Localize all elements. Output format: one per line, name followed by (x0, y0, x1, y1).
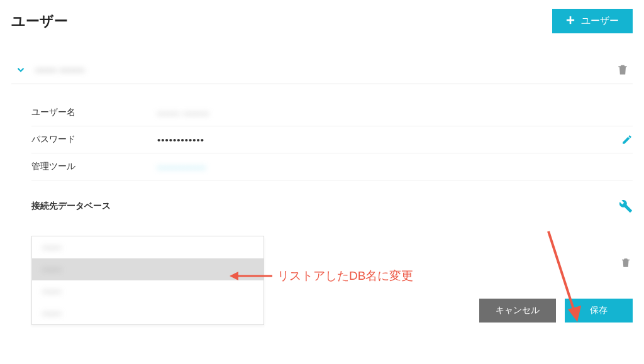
add-user-button[interactable]: ユーザー (552, 9, 633, 33)
password-row: パスワード •••••••••••• (31, 126, 633, 153)
username-label: ユーザー名 (31, 107, 157, 118)
admin-tool-row: 管理ツール ------------- (31, 153, 633, 180)
trash-icon[interactable] (616, 63, 629, 76)
annotation-restore-db: リストアしたDB名に変更 (230, 268, 413, 284)
svg-marker-5 (568, 306, 581, 322)
plus-icon (566, 16, 575, 27)
svg-marker-3 (230, 272, 238, 280)
annotation-restore-db-text: リストアしたDB名に変更 (277, 268, 413, 284)
svg-rect-1 (567, 19, 574, 21)
user-name: ------ ------- (35, 63, 608, 76)
username-value: ------ ------- (157, 108, 633, 118)
chevron-down-icon[interactable] (15, 64, 26, 75)
admin-tool-value[interactable]: ------------- (157, 162, 633, 172)
user-row[interactable]: ------ ------- (11, 58, 633, 84)
admin-tool-label: 管理ツール (31, 161, 157, 172)
annotation-save-arrow (542, 228, 586, 328)
user-details: ユーザー名 ------ ------- パスワード •••••••••••• … (11, 84, 633, 180)
db-section-title: 接続先データベース (31, 201, 111, 212)
password-value: •••••••••••• (157, 135, 621, 145)
db-option[interactable]: ------- (32, 280, 264, 302)
db-option[interactable]: ------- (32, 258, 264, 280)
password-label: パスワード (31, 134, 157, 145)
username-row: ユーザー名 ------ ------- (31, 99, 633, 126)
page-title: ユーザー (11, 12, 68, 31)
tools-icon[interactable] (619, 199, 633, 213)
svg-line-4 (548, 231, 575, 313)
db-option[interactable]: ------- (32, 302, 264, 324)
add-user-button-label: ユーザー (581, 15, 619, 27)
db-option[interactable]: ------- (32, 236, 264, 258)
edit-icon[interactable] (621, 134, 633, 145)
trash-icon[interactable] (620, 257, 631, 268)
